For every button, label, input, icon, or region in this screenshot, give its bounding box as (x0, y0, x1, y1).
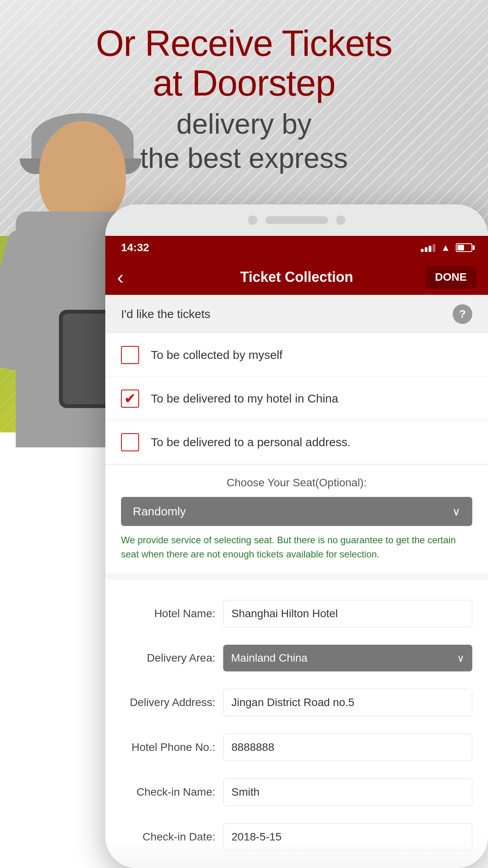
checkbox-2[interactable]: ✔ (121, 390, 139, 408)
option-item-1[interactable]: To be collected by myself (105, 333, 488, 377)
phone-screen: 14:32 ▲ ‹ Ticket Collection DONE (105, 236, 488, 868)
checkin-name-input[interactable] (223, 778, 472, 806)
signal-bar-1 (421, 249, 424, 252)
hotel-name-input[interactable] (223, 600, 472, 627)
help-button[interactable]: ? (453, 304, 472, 324)
status-time: 14:32 (121, 241, 149, 254)
form-row-hotel-phone: Hotel Phone No.: (105, 725, 488, 770)
done-button[interactable]: DONE (426, 266, 476, 288)
back-button[interactable]: ‹ (117, 267, 124, 287)
ticket-section: I'd like the tickets ? (105, 295, 488, 333)
checkin-name-label: Check-in Name: (121, 786, 215, 798)
status-icons: ▲ (421, 242, 472, 253)
delivery-area-label: Delivery Area: (121, 652, 215, 664)
headline-sub: delivery by the best express (0, 107, 488, 175)
seat-section: Choose Your Seat(Optional): Randomly ∨ W… (105, 464, 488, 573)
nav-bar: ‹ Ticket Collection DONE (105, 259, 488, 295)
battery-fill (457, 245, 464, 250)
option-text-2: To be delivered to my hotel in China (151, 392, 338, 405)
form-row-hotel-name: Hotel Name: (105, 591, 488, 636)
status-bar: 14:32 ▲ (105, 236, 488, 259)
phone-notch (105, 204, 488, 236)
option-text-1: To be collected by myself (151, 348, 283, 362)
seat-note: We provide service of selecting seat. Bu… (121, 533, 472, 561)
form-row-checkin-name: Check-in Name: (105, 770, 488, 815)
signal-bar-4 (433, 244, 435, 252)
wifi-icon: ▲ (441, 242, 450, 253)
hotel-phone-label: Hotel Phone No.: (121, 741, 215, 754)
bottom-fade (105, 837, 488, 868)
checkbox-1[interactable] (121, 346, 139, 364)
checkbox-3[interactable] (121, 433, 139, 451)
front-camera (248, 215, 257, 225)
delivery-address-input[interactable] (223, 689, 472, 716)
delivery-area-arrow-icon: ∨ (457, 652, 464, 664)
delivery-area-value: Mainland China (231, 652, 308, 664)
front-sensor (336, 215, 345, 225)
hotel-phone-input[interactable] (223, 734, 472, 761)
dropdown-arrow-icon: ∨ (452, 505, 460, 518)
headline-area: Or Receive Tickets at Doorstep delivery … (0, 24, 488, 175)
nav-title: Ticket Collection (240, 269, 353, 285)
phone-speaker (265, 216, 328, 224)
options-list: To be collected by myself ✔ To be delive… (105, 333, 488, 464)
ticket-label: I'd like the tickets (121, 307, 211, 321)
seat-label: Choose Your Seat(Optional): (121, 476, 472, 489)
option-item-3[interactable]: To be delivered to a personal address. (105, 421, 488, 464)
option-text-3: To be delivered to a personal address. (151, 436, 351, 449)
form-row-delivery-area: Delivery Area: Mainland China ∨ (105, 636, 488, 680)
hotel-name-label: Hotel Name: (121, 607, 215, 620)
checkmark-icon: ✔ (124, 392, 136, 406)
seat-dropdown[interactable]: Randomly ∨ (121, 497, 472, 526)
signal-bar-2 (425, 247, 427, 252)
option-item-2[interactable]: ✔ To be delivered to my hotel in China (105, 377, 488, 421)
delivery-area-select[interactable]: Mainland China ∨ (223, 645, 472, 671)
headline-main: Or Receive Tickets at Doorstep (0, 24, 488, 103)
form-row-delivery-address: Delivery Address: (105, 680, 488, 725)
hotel-form: Hotel Name: Delivery Area: Mainland Chin… (105, 579, 488, 868)
delivery-address-label: Delivery Address: (121, 696, 215, 709)
battery-icon (456, 243, 472, 252)
signal-bars (421, 243, 435, 252)
phone-mockup: 14:32 ▲ ‹ Ticket Collection DONE (105, 204, 488, 868)
signal-bar-3 (429, 246, 431, 252)
seat-dropdown-value: Randomly (133, 505, 186, 518)
